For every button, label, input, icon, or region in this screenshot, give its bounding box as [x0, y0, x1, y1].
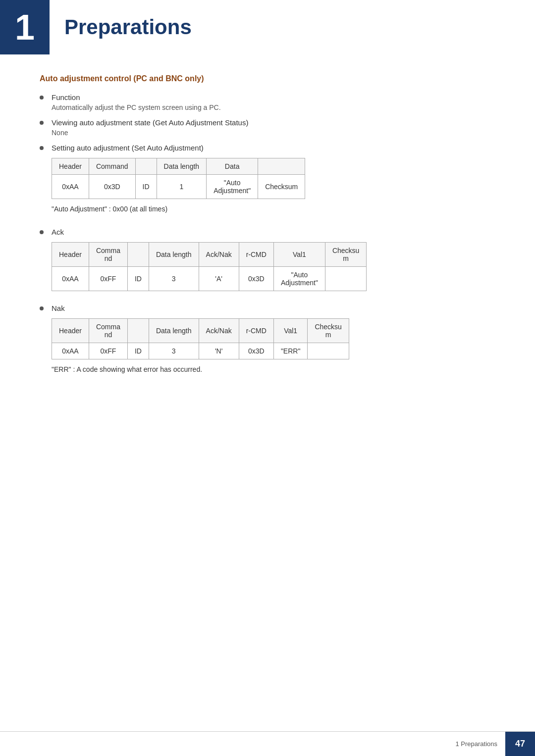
- chapter-title: Preparations: [50, 0, 535, 54]
- bullet-label: Ack: [52, 228, 495, 236]
- bullet-label: Viewing auto adjustment state (Get Auto …: [52, 118, 495, 127]
- table-header: Checksum: [325, 243, 366, 267]
- table1-container: Header Command Data length Data 0xAA: [52, 158, 495, 199]
- note1: "Auto Adjustment" : 0x00 (at all times): [52, 205, 495, 213]
- table-cell: 0xFF: [89, 343, 127, 359]
- bullet-label: Setting auto adjustment (Set Auto Adjust…: [52, 144, 495, 152]
- table-cell: 0x3D: [239, 267, 273, 291]
- main-content: Auto adjustment control (PC and BNC only…: [0, 74, 535, 428]
- bullet-list: Function Automatically adjust the PC sys…: [40, 93, 495, 381]
- table-cell: ID: [127, 267, 149, 291]
- table-header: [127, 319, 149, 343]
- table-header: Header: [52, 243, 89, 267]
- table-header: Command: [89, 243, 127, 267]
- bullet-content: Function Automatically adjust the PC sys…: [52, 93, 495, 111]
- table-cell: 1: [157, 175, 207, 199]
- table-header: [127, 243, 149, 267]
- chapter-number: 1: [0, 0, 50, 54]
- bullet-content: Nak Header Command Data length Ack/Nak r…: [52, 304, 495, 381]
- table2-container: Header Command Data length Ack/Nak r-CMD…: [52, 242, 495, 291]
- footer-content: 1 Preparations 47: [455, 732, 535, 756]
- table-cell: ID: [135, 175, 157, 199]
- table-header: Header: [52, 319, 89, 343]
- table-cell: Checksum: [258, 175, 305, 199]
- list-item: Ack Header Command Data length Ack/Nak r…: [40, 228, 495, 297]
- table-header: Data length: [157, 158, 207, 175]
- table-cell: "ERR": [273, 343, 308, 359]
- table2: Header Command Data length Ack/Nak r-CMD…: [52, 242, 367, 291]
- table-cell: "AutoAdjustment": [207, 175, 258, 199]
- note2: "ERR" : A code showing what error has oc…: [52, 365, 495, 373]
- bullet-dot: [40, 146, 44, 150]
- list-item: Function Automatically adjust the PC sys…: [40, 93, 495, 111]
- bullet-label: Function: [52, 93, 495, 101]
- bullet-sub: None: [52, 129, 495, 137]
- table-header: [258, 158, 305, 175]
- table-header: Data length: [149, 243, 199, 267]
- page-header: 1 Preparations: [0, 0, 535, 54]
- table3-container: Header Command Data length Ack/Nak r-CMD…: [52, 318, 495, 359]
- bullet-content: Setting auto adjustment (Set Auto Adjust…: [52, 144, 495, 221]
- list-item: Viewing auto adjustment state (Get Auto …: [40, 118, 495, 137]
- bullet-content: Viewing auto adjustment state (Get Auto …: [52, 118, 495, 137]
- table-header: Val1: [273, 243, 325, 267]
- table1: Header Command Data length Data 0xAA: [52, 158, 305, 199]
- page-number: 47: [505, 732, 535, 756]
- table-header: Val1: [273, 319, 308, 343]
- bullet-content: Ack Header Command Data length Ack/Nak r…: [52, 228, 495, 297]
- table-header: Command: [89, 319, 127, 343]
- table-cell: ID: [127, 343, 149, 359]
- table-cell: 3: [149, 343, 199, 359]
- table-header: Ack/Nak: [199, 319, 239, 343]
- table-cell: [308, 343, 349, 359]
- table-header: Checksum: [308, 319, 349, 343]
- table-cell: 0x3D: [89, 175, 135, 199]
- table-header: r-CMD: [239, 319, 273, 343]
- table-header: Data length: [149, 319, 199, 343]
- table-header: r-CMD: [239, 243, 273, 267]
- bullet-sub: Automatically adjust the PC system scree…: [52, 103, 495, 111]
- table3: Header Command Data length Ack/Nak r-CMD…: [52, 318, 349, 359]
- bullet-label: Nak: [52, 304, 495, 312]
- table-header: Command: [89, 158, 135, 175]
- table-cell: 0xAA: [52, 343, 89, 359]
- table-cell: 'A': [199, 267, 239, 291]
- table-cell: 0xFF: [89, 267, 127, 291]
- list-item: Nak Header Command Data length Ack/Nak r…: [40, 304, 495, 381]
- table-header: [135, 158, 157, 175]
- table-cell: "AutoAdjustment": [273, 267, 325, 291]
- bullet-dot: [40, 96, 44, 100]
- section-title: Auto adjustment control (PC and BNC only…: [40, 74, 495, 83]
- table-cell: 0xAA: [52, 267, 89, 291]
- page-footer: 1 Preparations 47: [0, 731, 535, 756]
- bullet-dot: [40, 306, 44, 310]
- table-cell: 0x3D: [239, 343, 273, 359]
- list-item: Setting auto adjustment (Set Auto Adjust…: [40, 144, 495, 221]
- table-header: Header: [52, 158, 89, 175]
- table-cell: [325, 267, 366, 291]
- table-cell: 3: [149, 267, 199, 291]
- bullet-dot: [40, 230, 44, 234]
- table-cell: 'N': [199, 343, 239, 359]
- footer-text: 1 Preparations: [455, 740, 505, 748]
- table-header: Data: [207, 158, 258, 175]
- table-cell: 0xAA: [52, 175, 89, 199]
- table-header: Ack/Nak: [199, 243, 239, 267]
- bullet-dot: [40, 121, 44, 125]
